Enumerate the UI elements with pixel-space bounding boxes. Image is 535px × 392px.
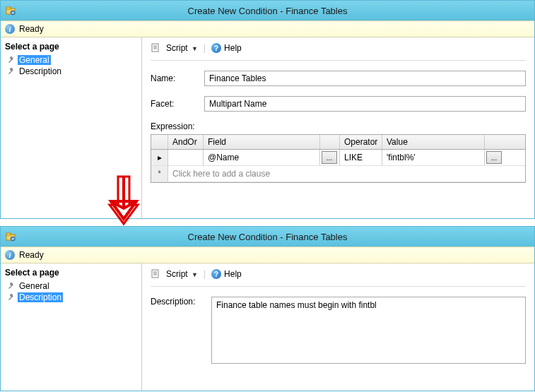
sidebar-item-description[interactable]: Description (5, 292, 137, 303)
cell-andor[interactable] (168, 150, 204, 165)
app-icon (5, 5, 16, 16)
description-input[interactable] (211, 297, 526, 364)
status-text: Ready (19, 250, 44, 260)
toolbar: Script ▼ | ? Help (151, 269, 526, 287)
cell-operator[interactable]: LIKE (340, 150, 382, 165)
facet-label: Facet: (151, 99, 199, 109)
sidebar-item-label: General (18, 281, 51, 291)
help-icon: ? (211, 43, 221, 53)
wrench-icon (6, 282, 15, 290)
sidebar-header: Select a page (5, 40, 137, 54)
grid-add-row[interactable]: Click here to add a clause (151, 166, 525, 182)
script-button[interactable]: Script ▼ (166, 43, 198, 53)
main-panel: Script ▼ | ? Help Name: Facet: Expressio… (142, 37, 534, 220)
window-title: Create New Condition - Finance Tables (1, 232, 534, 242)
dialog-general: Create New Condition - Finance Tables i … (0, 0, 535, 219)
info-icon: i (5, 250, 15, 260)
script-label: Script (166, 43, 188, 53)
description-label: Description: (151, 297, 206, 307)
svg-rect-8 (6, 233, 11, 235)
cell-field-browse: ... (320, 150, 340, 165)
cell-value-browse: ... (485, 150, 505, 165)
grid-header-value[interactable]: Value (382, 135, 485, 149)
toolbar: Script ▼ | ? Help (151, 43, 526, 61)
help-button[interactable]: ? Help (211, 43, 242, 53)
dialog-description: Create New Condition - Finance Tables i … (0, 226, 535, 391)
page-sidebar: Select a page General Description (1, 263, 142, 391)
expression-label: Expression: (151, 121, 526, 131)
grid-header-blank (151, 135, 168, 149)
main-panel: Script ▼ | ? Help Description: (142, 263, 534, 391)
new-row-marker-icon (151, 166, 168, 182)
svg-point-9 (11, 237, 15, 241)
chevron-down-icon: ▼ (192, 271, 198, 278)
sidebar-item-general[interactable]: General (5, 54, 137, 66)
wrench-icon (6, 56, 15, 64)
grid-header-operator[interactable]: Operator (340, 135, 382, 149)
grid-header-row: AndOr Field Operator Value (151, 135, 525, 150)
wrench-icon (6, 67, 15, 76)
info-icon: i (5, 24, 15, 34)
help-label: Help (224, 43, 242, 53)
help-icon: ? (211, 269, 221, 279)
facet-input[interactable] (204, 96, 526, 112)
sidebar-item-general[interactable]: General (5, 280, 137, 292)
cell-field[interactable]: @Name (204, 150, 320, 165)
chevron-down-icon: ▼ (192, 45, 198, 52)
sidebar-item-description[interactable]: Description (5, 66, 137, 77)
script-label: Script (166, 269, 188, 279)
name-input[interactable] (204, 71, 526, 86)
name-label: Name: (151, 73, 199, 83)
help-label: Help (224, 269, 242, 279)
titlebar[interactable]: Create New Condition - Finance Tables (1, 227, 534, 247)
script-icon (151, 43, 160, 53)
sidebar-header: Select a page (5, 266, 137, 280)
value-ellipsis-button[interactable]: ... (486, 151, 502, 164)
grid-header-andor[interactable]: AndOr (168, 135, 204, 149)
page-sidebar: Select a page General Description (1, 37, 142, 220)
status-text: Ready (19, 24, 44, 34)
svg-rect-1 (6, 7, 11, 9)
grid-row[interactable]: ▸ @Name ... LIKE 'fintbl%' ... (151, 150, 525, 166)
sidebar-item-label: General (18, 55, 51, 65)
grid-header-blank3 (485, 135, 505, 149)
svg-point-2 (11, 11, 15, 15)
help-button[interactable]: ? Help (211, 269, 242, 279)
grid-header-field[interactable]: Field (204, 135, 320, 149)
script-button[interactable]: Script ▼ (166, 269, 198, 279)
window-title: Create New Condition - Finance Tables (1, 6, 534, 16)
sidebar-item-label: Description (18, 66, 63, 76)
titlebar[interactable]: Create New Condition - Finance Tables (1, 1, 534, 20)
wrench-icon (6, 293, 15, 302)
status-bar: i Ready (1, 20, 534, 37)
row-marker-icon: ▸ (151, 150, 168, 165)
status-bar: i Ready (1, 247, 534, 263)
expression-grid: AndOr Field Operator Value ▸ @Name ... L… (151, 134, 526, 183)
cell-value[interactable]: 'fintbl%' (382, 150, 485, 165)
field-ellipsis-button[interactable]: ... (322, 151, 337, 164)
add-clause-text[interactable]: Click here to add a clause (168, 166, 525, 182)
sidebar-item-label: Description (18, 292, 63, 302)
grid-header-blank2 (320, 135, 340, 149)
script-icon (151, 269, 160, 279)
app-icon (5, 231, 16, 242)
